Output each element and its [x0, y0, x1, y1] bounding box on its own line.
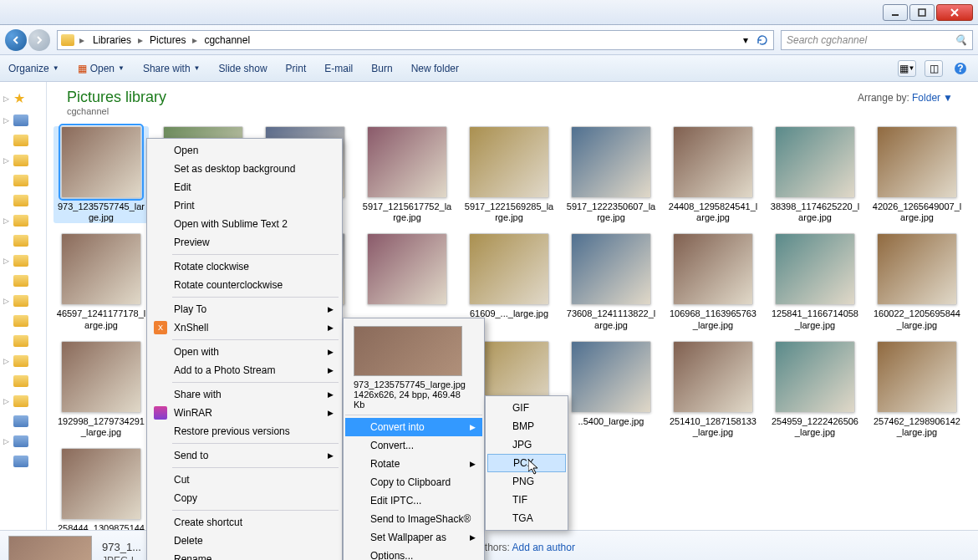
format-option[interactable]: BMP — [487, 417, 566, 435]
submenu-item[interactable]: Set Wallpaper as▶ — [345, 528, 482, 547]
tree-folder[interactable] — [3, 273, 43, 288]
context-menu-item[interactable]: Send to▶ — [149, 446, 340, 465]
thumbnail-item[interactable]: 106968_1163965763_large.jpg — [665, 233, 761, 330]
thumbnail-item[interactable]: 192998_1279734291_large.jpg — [53, 341, 149, 438]
context-menu-item[interactable]: XXnShell▶ — [149, 318, 340, 337]
back-button[interactable] — [5, 29, 27, 51]
context-menu-item[interactable]: Play To▶ — [149, 300, 340, 318]
thumbnail-item[interactable]: 5917_1215617752_large.jpg — [359, 126, 455, 223]
context-menu-item[interactable]: Edit — [149, 178, 340, 196]
maximize-button[interactable] — [909, 4, 935, 21]
organize-menu[interactable]: Organize ▼ — [8, 63, 59, 74]
arrange-by[interactable]: Arrange by: Folder ▼ — [858, 92, 953, 104]
context-menu[interactable]: OpenSet as desktop backgroundEditPrintOp… — [146, 138, 343, 560]
format-option[interactable]: GIF — [487, 399, 566, 417]
submenu-item[interactable]: Convert... — [345, 436, 482, 455]
format-option[interactable]: JPG — [487, 435, 566, 454]
slideshow-button[interactable]: Slide show — [219, 63, 267, 74]
tree-folder[interactable] — [3, 133, 43, 148]
thumbnail-item[interactable]: 61609_..._large.jpg — [461, 233, 557, 330]
xnshell-submenu[interactable]: 973_1235757745_large.jpg 1426x626, 24 bp… — [343, 318, 485, 560]
submenu-item[interactable]: Options... — [345, 547, 482, 560]
context-menu-item[interactable]: Rename — [149, 550, 340, 560]
email-button[interactable]: E-mail — [324, 63, 353, 74]
thumbnail-item[interactable]: ..5400_large.jpg — [563, 341, 659, 438]
thumbnail-item[interactable] — [359, 233, 455, 330]
context-menu-item[interactable]: Open — [149, 141, 340, 160]
context-menu-item[interactable]: Cut — [149, 471, 340, 489]
thumbnail-item[interactable]: 258444_1309875144_large.jpg — [53, 448, 149, 530]
tree-folder[interactable]: ▷ — [3, 434, 43, 449]
tree-folder[interactable] — [3, 233, 43, 248]
context-menu-item[interactable]: Open with▶ — [149, 343, 340, 361]
breadcrumb-segment[interactable]: Libraries — [89, 33, 135, 48]
dropdown-icon[interactable]: ▾ — [738, 33, 753, 48]
help-icon[interactable]: ? — [951, 60, 970, 77]
thumbnail-item[interactable]: 73608_1241113822_large.jpg — [563, 233, 659, 330]
forward-button[interactable] — [28, 29, 50, 51]
tree-folder[interactable] — [3, 374, 43, 389]
tree-folder[interactable] — [3, 193, 43, 208]
submenu-item[interactable]: Convert into▶ — [345, 418, 482, 436]
open-menu[interactable]: ▦ Open ▼ — [78, 63, 125, 74]
context-menu-item[interactable]: Restore previous versions — [149, 422, 340, 440]
format-option[interactable]: PNG — [487, 472, 566, 491]
address-bar[interactable]: ▸ Libraries▸ Pictures▸ cgchannel ▾ — [57, 30, 774, 50]
context-menu-item[interactable]: Set as desktop background — [149, 160, 340, 178]
thumbnail-item[interactable]: 38398_1174625220_large.jpg — [767, 126, 863, 223]
tree-folder[interactable]: ▷ — [3, 253, 43, 268]
favorites-node[interactable]: ▷★ — [3, 89, 43, 108]
tree-folder[interactable]: ▷ — [3, 153, 43, 168]
libraries-node[interactable]: ▷ — [3, 113, 43, 128]
thumbnail-item[interactable]: 973_1235757745_large.jpg — [53, 126, 149, 223]
close-button[interactable] — [936, 4, 973, 21]
thumbnail-item[interactable]: 257462_1298906142_large.jpg — [869, 341, 965, 438]
context-menu-item[interactable]: Add to a Photo Stream▶ — [149, 361, 340, 379]
convert-into-submenu[interactable]: GIFBMPJPGPCXPNGTIFTGA — [485, 395, 568, 531]
thumbnail-item[interactable]: 5917_1221569285_large.jpg — [461, 126, 557, 223]
format-option[interactable]: TIF — [487, 491, 566, 509]
share-menu[interactable]: Share with ▼ — [143, 63, 201, 74]
format-option[interactable]: PCX — [487, 454, 566, 472]
minimize-button[interactable] — [883, 4, 908, 21]
thumbnail-item[interactable]: 160022_1205695844_large.jpg — [869, 233, 965, 330]
tree-folder[interactable] — [3, 454, 43, 469]
search-input[interactable]: Search cgchannel 🔍 — [781, 30, 973, 50]
context-menu-item[interactable]: Create shortcut — [149, 513, 340, 532]
burn-button[interactable]: Burn — [371, 63, 392, 74]
context-menu-item[interactable]: Rotate clockwise — [149, 257, 340, 276]
tree-folder[interactable] — [3, 333, 43, 349]
thumbnail-item[interactable]: 125841_1166714058_large.jpg — [767, 233, 863, 330]
context-menu-item[interactable]: Open with Sublime Text 2 — [149, 215, 340, 233]
breadcrumb-segment[interactable]: cgchannel — [201, 33, 253, 48]
tree-folder[interactable] — [3, 414, 43, 429]
format-option[interactable]: TGA — [487, 509, 566, 527]
add-author-link[interactable]: Add an author — [512, 542, 575, 553]
context-menu-item[interactable]: Delete — [149, 532, 340, 550]
navigation-pane[interactable]: ▷★ ▷ ▷ ▷ ▷ ▷ ▷ ▷ ▷ — [0, 82, 47, 530]
view-options-button[interactable]: ▦ ▼ — [898, 60, 916, 77]
print-button[interactable]: Print — [286, 63, 307, 74]
newfolder-button[interactable]: New folder — [411, 63, 459, 74]
thumbnail-item[interactable]: 42026_1265649007_large.jpg — [869, 126, 965, 223]
tree-folder[interactable] — [3, 313, 43, 328]
tree-folder[interactable] — [3, 173, 43, 188]
thumbnail-item[interactable]: 251410_1287158133_large.jpg — [665, 341, 761, 438]
submenu-item[interactable]: Copy to Clipboard — [345, 473, 482, 491]
tree-folder[interactable]: ▷ — [3, 394, 43, 409]
context-menu-item[interactable]: Rotate counterclockwise — [149, 276, 340, 294]
context-menu-item[interactable]: Copy — [149, 489, 340, 507]
submenu-item[interactable]: Rotate▶ — [345, 455, 482, 473]
submenu-item[interactable]: Edit IPTC... — [345, 491, 482, 510]
thumbnail-item[interactable]: 254959_1222426506_large.jpg — [767, 341, 863, 438]
tree-folder[interactable]: ▷ — [3, 354, 43, 369]
submenu-item[interactable]: Send to ImageShack® — [345, 510, 482, 528]
thumbnail-item[interactable]: 24408_1295824541_large.jpg — [665, 126, 761, 223]
context-menu-item[interactable]: Share with▶ — [149, 385, 340, 404]
breadcrumb-segment[interactable]: Pictures — [146, 33, 189, 48]
thumbnail-item[interactable]: 5917_1222350607_large.jpg — [563, 126, 659, 223]
context-menu-item[interactable]: Preview — [149, 233, 340, 252]
context-menu-item[interactable]: Print — [149, 196, 340, 215]
tree-folder[interactable]: ▷ — [3, 213, 43, 228]
preview-pane-button[interactable]: ◫ — [925, 60, 943, 77]
